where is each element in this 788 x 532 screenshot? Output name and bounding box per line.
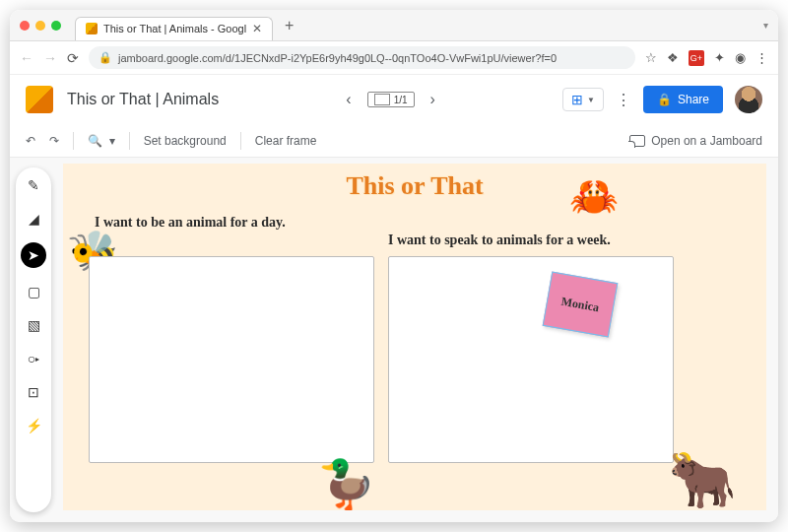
browser-extensions: ☆ ❖ G+ ✦ ◉ ⋮ bbox=[645, 50, 768, 66]
puzzle-icon[interactable]: ✦ bbox=[714, 50, 725, 65]
reload-button[interactable]: ⟳ bbox=[67, 50, 79, 66]
url-field[interactable]: 🔒 jamboard.google.com/d/1JECNxdP-i2YpE6r… bbox=[89, 46, 635, 69]
browser-window: This or That | Animals - Googl ✕ + ▾ ← →… bbox=[10, 10, 778, 522]
eraser-tool-icon[interactable]: ◢ bbox=[24, 209, 43, 229]
next-frame-button[interactable]: › bbox=[423, 87, 443, 112]
browser-tab[interactable]: This or That | Animals - Googl ✕ bbox=[75, 17, 273, 40]
app-header: This or That | Animals ‹ 1/1 › ⊞ ▼ ⋮ 🔒 S… bbox=[10, 75, 778, 124]
open-on-jamboard-button[interactable]: Open on a Jamboard bbox=[629, 134, 762, 148]
zoom-button[interactable]: 🔍 ▾ bbox=[88, 134, 115, 148]
chevron-down-icon: ▼ bbox=[587, 96, 595, 104]
document-title[interactable]: This or That | Animals bbox=[67, 91, 219, 108]
clear-frame-button[interactable]: Clear frame bbox=[255, 134, 317, 148]
tool-sidebar: ✎ ◢ ➤ ▢ ▧ ○▸ ⊡ ⚡ bbox=[10, 158, 57, 522]
create-button[interactable]: ⊞ ▼ bbox=[562, 88, 604, 111]
browser-titlebar: This or That | Animals - Googl ✕ + ▾ bbox=[10, 10, 778, 41]
window-controls bbox=[20, 21, 61, 31]
star-icon[interactable]: ☆ bbox=[645, 50, 657, 65]
maximize-window-icon[interactable] bbox=[51, 21, 61, 31]
set-background-button[interactable]: Set background bbox=[144, 134, 227, 148]
right-prompt: I want to speak to animals for a week. bbox=[388, 233, 611, 248]
share-button[interactable]: 🔒 Share bbox=[643, 86, 723, 113]
sticky-note-tool-icon[interactable]: ▢ bbox=[24, 282, 43, 301]
browser-menu-icon[interactable]: ⋮ bbox=[755, 50, 768, 65]
extension-badge-icon[interactable]: G+ bbox=[689, 50, 704, 66]
workspace: ✎ ◢ ➤ ▢ ▧ ○▸ ⊡ ⚡ This or That I want to … bbox=[10, 158, 778, 522]
cast-icon bbox=[629, 135, 645, 147]
lock-icon: 🔒 bbox=[98, 51, 112, 64]
separator bbox=[73, 132, 74, 150]
select-tool-icon[interactable]: ➤ bbox=[21, 242, 46, 268]
secondary-toolbar: ↶ ↷ 🔍 ▾ Set background Clear frame Open … bbox=[10, 124, 778, 158]
more-menu-button[interactable]: ⋮ bbox=[616, 91, 631, 109]
tab-close-icon[interactable]: ✕ bbox=[252, 22, 262, 35]
undo-button[interactable]: ↶ bbox=[26, 134, 35, 148]
minimize-window-icon[interactable] bbox=[35, 21, 45, 31]
user-avatar[interactable] bbox=[735, 86, 762, 113]
open-jamboard-label: Open on a Jamboard bbox=[651, 134, 762, 148]
image-tool-icon[interactable]: ▧ bbox=[24, 315, 43, 335]
jamboard-logo-icon[interactable] bbox=[26, 86, 53, 113]
forward-button[interactable]: → bbox=[43, 50, 57, 66]
lock-icon: 🔒 bbox=[657, 93, 672, 106]
separator bbox=[129, 132, 130, 150]
frame-indicator[interactable]: 1/1 bbox=[367, 92, 415, 107]
board-title: This or That bbox=[63, 164, 766, 201]
sticky-note[interactable]: Monica bbox=[543, 272, 619, 338]
jamboard-canvas[interactable]: This or That I want to be an animal for … bbox=[63, 164, 766, 510]
tabs-dropdown-icon[interactable]: ▾ bbox=[763, 20, 768, 31]
stack-icon[interactable]: ❖ bbox=[667, 50, 679, 65]
separator bbox=[240, 132, 241, 150]
profile-icon[interactable]: ◉ bbox=[735, 50, 746, 65]
prev-frame-button[interactable]: ‹ bbox=[338, 87, 359, 112]
left-prompt: I want to be an animal for a day. bbox=[95, 215, 286, 231]
redo-button[interactable]: ↷ bbox=[49, 134, 59, 148]
plus-icon: ⊞ bbox=[571, 92, 583, 107]
tab-title: This or That | Animals - Googl bbox=[103, 23, 246, 34]
laser-tool-icon[interactable]: ⚡ bbox=[24, 416, 43, 435]
drop-zones: Monica bbox=[89, 256, 674, 463]
new-tab-button[interactable]: + bbox=[285, 17, 294, 34]
jamboard-favicon-icon bbox=[86, 23, 98, 34]
frame-pager: ‹ 1/1 › bbox=[338, 87, 443, 112]
textbox-tool-icon[interactable]: ⊡ bbox=[24, 382, 43, 402]
back-button[interactable]: ← bbox=[20, 50, 33, 66]
header-right-controls: ⊞ ▼ ⋮ 🔒 Share bbox=[562, 86, 762, 113]
left-drop-zone[interactable] bbox=[89, 256, 374, 463]
crab-graphic-icon[interactable]: 🦀 bbox=[569, 173, 619, 220]
close-window-icon[interactable] bbox=[20, 21, 30, 31]
tool-pill: ✎ ◢ ➤ ▢ ▧ ○▸ ⊡ ⚡ bbox=[16, 167, 51, 512]
yak-graphic-icon[interactable]: 🐂 bbox=[668, 447, 737, 510]
right-drop-zone[interactable]: Monica bbox=[388, 256, 674, 463]
browser-address-bar: ← → ⟳ 🔒 jamboard.google.com/d/1JECNxdP-i… bbox=[10, 41, 778, 75]
share-label: Share bbox=[678, 93, 709, 106]
shape-tool-icon[interactable]: ○▸ bbox=[24, 349, 43, 368]
pen-tool-icon[interactable]: ✎ bbox=[24, 175, 43, 195]
url-text: jamboard.google.com/d/1JECNxdP-i2YpE6r9y… bbox=[118, 52, 557, 64]
goose-graphic-icon[interactable]: 🦆 bbox=[317, 456, 376, 510]
